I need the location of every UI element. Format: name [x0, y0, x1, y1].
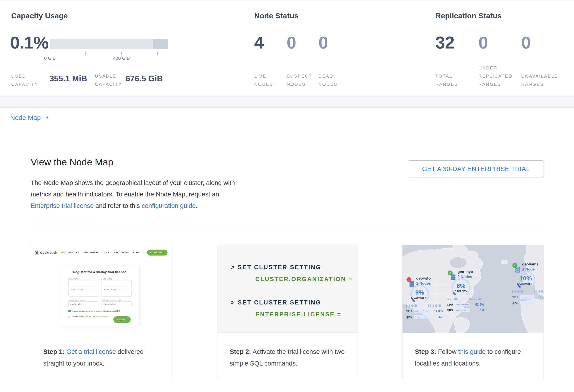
- project-phase-select[interactable]: Please Select: [68, 301, 99, 307]
- first-name-field[interactable]: [68, 280, 99, 286]
- cpu-row: CPU 42.5%: [447, 303, 484, 306]
- get-enterprise-trial-button[interactable]: GET A 30-DAY ENTERPRISE TRIAL: [408, 160, 544, 177]
- cluster-overview-page: Capacity Usage 0.1% 0 GiB 400 GiB USED C…: [0, 0, 574, 392]
- qps-row: QPS 4.7: [406, 315, 443, 318]
- used-capacity: 3.6 GiB: [512, 289, 523, 293]
- enterprise-trial-license-link[interactable]: Enterprise trial license: [31, 202, 94, 209]
- nav-resources[interactable]: RESOURCES: [114, 251, 129, 254]
- capacity-bar-dark-segment: [153, 39, 168, 49]
- unavailable-ranges-label: UNAVAILABLE RANGES: [521, 65, 558, 88]
- node-status-section: Node Status 4 0 0 LIVE NODES SUSPECT NOD…: [254, 0, 369, 97]
- reason-for-interest-label: REASON FOR INTEREST: [102, 299, 123, 301]
- this-guide-link[interactable]: this guide: [458, 348, 486, 355]
- checkbox-empty-icon[interactable]: [68, 315, 71, 317]
- dead-nodes-value: 0: [318, 33, 328, 53]
- total-ranges-label: TOTAL RANGES: [435, 65, 458, 88]
- last-name-label: LAST NAME: [102, 278, 112, 280]
- used-capacity: 3.2 GiB: [406, 304, 417, 307]
- qps-sparkline: [520, 301, 534, 304]
- step1-card: Cockroach LABS PRODUCT CUSTOMERS DOCS RE…: [31, 245, 172, 379]
- sql-line: ENTERPRISE.LICENSE =: [255, 311, 341, 318]
- sql-line: CLUSTER.ORGANIZATION =: [255, 276, 353, 283]
- node-map-dropdown[interactable]: Node Map: [10, 108, 41, 128]
- qps-row: QPS 0.0: [512, 301, 544, 304]
- usable-capacity-value: 676.5 GiB: [125, 74, 163, 83]
- nav-docs[interactable]: DOCS: [103, 251, 110, 254]
- capacity-gauge: 10% CAPACITY: [515, 269, 537, 291]
- cpu-row: CPU 12.3%: [512, 295, 544, 299]
- trial-license-form: Register for a 30-day trial license FIRS…: [60, 266, 140, 326]
- step3-caption: Step 3: Follow this guide to configure l…: [415, 346, 535, 369]
- sql-code-block: > SET CLUSTER SETTING CLUSTER.ORGANIZATI…: [217, 245, 358, 333]
- company-name-field[interactable]: [68, 291, 99, 297]
- nav-blog[interactable]: BLOG: [133, 251, 140, 254]
- cpu-sparkline: [414, 309, 429, 313]
- used-capacity-label: USED CAPACITY: [11, 65, 38, 88]
- form-title: Register for a 30-day trial license: [60, 270, 140, 274]
- download-button[interactable]: DOWNLOAD: [147, 250, 167, 256]
- capacity-gauge: 9% CAPACITY: [409, 283, 431, 305]
- page-title: View the Node Map: [31, 157, 113, 168]
- cpu-sparkline: [520, 295, 534, 299]
- mini-site-nav: PRODUCT CUSTOMERS DOCS RESOURCES BLOG DO…: [67, 250, 167, 256]
- cpu-row: CPU 11.0%: [406, 309, 443, 313]
- replication-status-section: Replication Status 32 0 0 TOTAL RANGES U…: [435, 0, 572, 97]
- company-name-label: COMPANY NAME: [68, 289, 83, 291]
- nav-customers[interactable]: CUSTOMERS: [83, 251, 99, 254]
- email-updates-checkbox-row: ✓ I would like to receive email updates …: [68, 310, 120, 312]
- axis-tick: [85, 52, 86, 55]
- node-map-placeholder: View the Node Map The Node Map shows the…: [0, 128, 574, 392]
- qps-row: QPS 0.0: [447, 308, 484, 312]
- first-name-label: FIRST NAME: [68, 278, 80, 280]
- company-email-label: COMPANY EMAIL: [102, 289, 117, 291]
- section-divider: [31, 231, 544, 231]
- axis-tick-label-0: 0 GiB: [37, 56, 63, 61]
- axis-tick: [50, 52, 50, 55]
- axis-tick-label-400: 400 GiB: [108, 56, 135, 61]
- sql-line: > SET CLUSTER SETTING: [231, 299, 321, 306]
- chevron-down-icon[interactable]: ▼: [45, 108, 49, 128]
- capacity-usage-section: Capacity Usage 0.1% 0 GiB 400 GiB USED C…: [10, 0, 204, 97]
- live-nodes-value: 4: [254, 33, 264, 53]
- license-agreement-checkbox-row: I agree to the Software License Agreemen…: [68, 315, 109, 317]
- used-capacity-value: 355.1 MiB: [49, 74, 87, 83]
- mini-site-header: Cockroach LABS PRODUCT CUSTOMERS DOCS RE…: [35, 248, 167, 257]
- unavailable-ranges-value: 0: [521, 33, 531, 53]
- capacity-usage-bar: 0 GiB 400 GiB: [50, 39, 168, 49]
- qps-sparkline: [455, 308, 470, 312]
- checkbox-checked-icon[interactable]: ✓: [68, 310, 71, 312]
- company-email-field[interactable]: [102, 291, 132, 297]
- project-phase-label: PROJECT PHASE: [68, 299, 84, 301]
- step2-caption: Step 2: Activate the trial license with …: [230, 346, 350, 369]
- replication-status-title: Replication Status: [435, 11, 502, 20]
- suspect-nodes-value: 0: [287, 33, 296, 53]
- cpu-sparkline: [455, 303, 470, 306]
- node-status-title: Node Status: [254, 11, 299, 20]
- node-map-preview: 1 geo=sfo 2 Nodes 9% CAPACITY: [403, 245, 544, 333]
- qps-sparkline: [414, 315, 429, 318]
- capacity-usage-title: Capacity Usage: [11, 11, 68, 20]
- step1-caption: Step 1: Get a trial license delivered st…: [43, 346, 164, 369]
- nav-product[interactable]: PRODUCT: [67, 251, 80, 254]
- step3-card: 1 geo=sfo 2 Nodes 9% CAPACITY: [402, 245, 544, 379]
- axis-tick: [157, 52, 158, 55]
- usable-capacity-label: USABLE CAPACITY: [95, 65, 122, 88]
- reason-for-interest-select[interactable]: Please Select: [102, 301, 132, 307]
- submit-button[interactable]: SUBMIT: [113, 316, 131, 323]
- live-nodes-label: LIVE NODES: [254, 65, 273, 88]
- cluster-summary-panel: Capacity Usage 0.1% 0 GiB 400 GiB USED C…: [0, 0, 574, 96]
- node-map-description: The Node Map shows the geographical layo…: [31, 177, 243, 211]
- total-capacity: 34.4 GiB: [533, 289, 544, 293]
- cockroach-labs-logo: Cockroach LABS: [35, 250, 66, 255]
- last-name-field[interactable]: [102, 280, 132, 286]
- configuration-guide-link[interactable]: configuration guide: [142, 202, 196, 209]
- total-capacity: 35.1 GiB: [428, 304, 441, 307]
- software-license-agreement-link[interactable]: Software License Agreement.: [84, 315, 108, 317]
- total-capacity: 65.7 GiB: [469, 297, 482, 301]
- view-selector-bar: Node Map ▼: [0, 107, 574, 128]
- suspect-nodes-label: SUSPECT NODES: [287, 65, 312, 88]
- capacity-gauge: 6% CAPACITY: [450, 277, 472, 299]
- cockroach-bug-icon: [35, 250, 39, 255]
- under-replicated-ranges-label: UNDER- REPLICATED RANGES: [478, 65, 512, 88]
- get-trial-license-link[interactable]: Get a trial license: [66, 348, 116, 355]
